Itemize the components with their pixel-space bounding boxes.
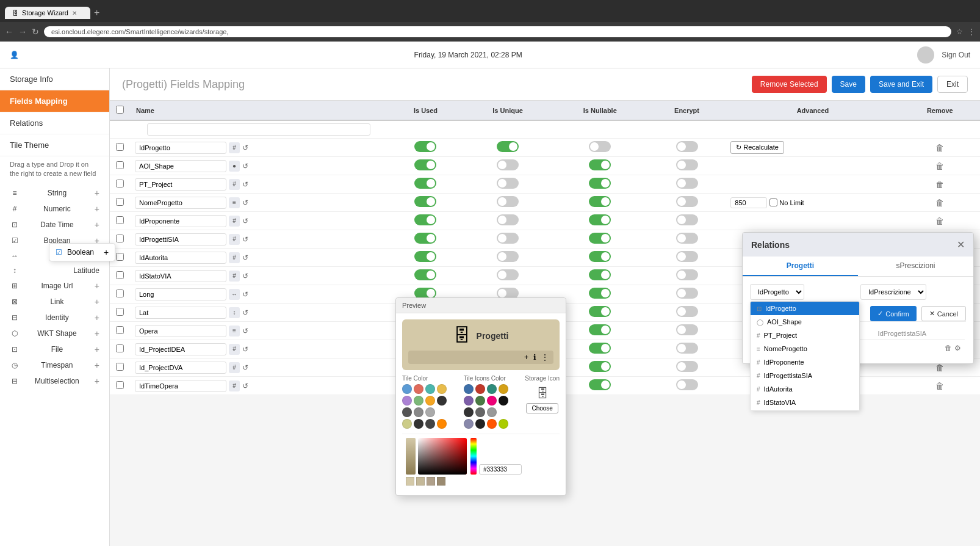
right-field-select[interactable]: IdPrescrizione	[860, 284, 926, 300]
is-unique-toggle[interactable]	[497, 178, 519, 189]
is-nullable-toggle[interactable]	[589, 361, 611, 372]
sidebar-type-link[interactable]: ⊠ Link +	[0, 294, 109, 310]
is-nullable-toggle[interactable]	[589, 251, 611, 262]
reset-btn[interactable]: ↺	[242, 308, 248, 317]
is-nullable-toggle[interactable]	[589, 269, 611, 280]
row-checkbox[interactable]	[116, 198, 124, 206]
swatch-sq[interactable]	[437, 477, 445, 486]
is-used-toggle[interactable]	[414, 159, 436, 170]
delete-row-btn[interactable]: 🗑	[935, 381, 944, 391]
color-swatch[interactable]	[402, 419, 412, 429]
exit-btn[interactable]: Exit	[937, 76, 968, 93]
color-swatch[interactable]	[475, 407, 485, 417]
color-swatch[interactable]	[464, 396, 474, 406]
color-swatch[interactable]	[487, 419, 497, 429]
dropdown-item-long[interactable]: ↔ Long	[751, 409, 859, 411]
sidebar-item-storage-info[interactable]: Storage Info	[0, 68, 109, 90]
relations-tab-sprescrizioni[interactable]: sPrescizioni	[858, 257, 973, 276]
row-checkbox[interactable]	[116, 381, 124, 389]
is-nullable-toggle[interactable]	[589, 288, 611, 299]
field-name-input[interactable]	[135, 325, 226, 337]
delete-row-btn[interactable]: 🗑	[935, 180, 944, 189]
sign-out-btn[interactable]: Sign Out	[942, 51, 970, 59]
encrypt-toggle[interactable]	[676, 196, 698, 207]
field-name-input[interactable]	[135, 197, 226, 209]
dropdown-item-ptproject[interactable]: # PT_Project	[751, 329, 859, 342]
field-name-input[interactable]	[135, 252, 226, 264]
rel-settings-btn[interactable]: ⚙	[954, 344, 961, 352]
is-nullable-toggle[interactable]	[589, 233, 611, 244]
add-link-icon[interactable]: +	[95, 297, 99, 307]
swatch-sq[interactable]	[427, 477, 435, 486]
encrypt-toggle[interactable]	[676, 159, 698, 170]
reset-btn[interactable]: ↺	[242, 144, 248, 152]
reset-btn[interactable]: ↺	[242, 217, 248, 225]
left-field-select[interactable]: IdProgetto	[750, 284, 804, 300]
add-imageurl-icon[interactable]: +	[95, 281, 99, 291]
type-badge[interactable]: #	[229, 271, 240, 282]
add-numeric-icon[interactable]: +	[95, 204, 99, 214]
sidebar-type-latitude[interactable]: ↕ Latitude	[0, 263, 109, 278]
row-checkbox[interactable]	[116, 180, 124, 187]
type-badge[interactable]: ●	[229, 161, 240, 172]
add-identity-icon[interactable]: +	[95, 313, 99, 322]
encrypt-toggle[interactable]	[676, 343, 698, 354]
color-swatch[interactable]	[425, 384, 435, 394]
is-used-toggle[interactable]	[414, 269, 436, 280]
hue-bar[interactable]	[470, 438, 477, 475]
sidebar-type-datetime[interactable]: ⊡ Date Time +	[0, 217, 109, 233]
field-name-input[interactable]	[135, 343, 226, 355]
limit-input[interactable]	[730, 197, 767, 208]
sidebar-type-file[interactable]: ⊡ File +	[0, 341, 109, 357]
is-used-toggle[interactable]	[414, 141, 436, 152]
type-badge[interactable]: #	[229, 362, 240, 373]
is-used-toggle[interactable]	[414, 214, 436, 225]
encrypt-toggle[interactable]	[676, 324, 698, 335]
dropdown-item-idautorita[interactable]: # IdAutorita	[751, 382, 859, 396]
color-swatch[interactable]	[425, 407, 435, 417]
color-swatch[interactable]	[414, 384, 423, 394]
is-nullable-toggle[interactable]	[589, 343, 611, 354]
dropdown-item-idstatovia[interactable]: # IdStatoVIA	[751, 396, 859, 409]
row-checkbox[interactable]	[116, 308, 124, 316]
browser-tab[interactable]: 🗄 Storage Wizard ✕	[5, 7, 90, 19]
recalculate-btn[interactable]: ↻ Recalculate	[730, 141, 784, 154]
field-name-input[interactable]	[135, 142, 226, 154]
encrypt-toggle[interactable]	[676, 288, 698, 299]
save-exit-btn[interactable]: Save and Exit	[870, 76, 932, 93]
color-gradient[interactable]	[418, 438, 467, 475]
encrypt-toggle[interactable]	[676, 361, 698, 372]
encrypt-toggle[interactable]	[676, 178, 698, 189]
color-swatch[interactable]	[464, 407, 474, 417]
add-file-icon[interactable]: +	[95, 344, 99, 354]
type-badge[interactable]: #	[229, 216, 240, 227]
reset-btn[interactable]: ↺	[242, 363, 248, 372]
row-checkbox[interactable]	[116, 344, 124, 352]
type-badge[interactable]: #	[229, 252, 240, 263]
type-badge[interactable]: ≡	[229, 197, 240, 208]
swatch-sq[interactable]	[416, 477, 425, 486]
user-avatar[interactable]	[917, 46, 934, 64]
dropdown-item-idprogetto[interactable]: ⊡ IdProgetto	[751, 302, 859, 315]
is-used-toggle[interactable]	[414, 196, 436, 207]
menu-icon[interactable]: ⋮	[968, 27, 975, 36]
color-swatch[interactable]	[475, 396, 485, 406]
reset-btn[interactable]: ↺	[242, 345, 248, 354]
is-nullable-toggle[interactable]	[589, 214, 611, 225]
new-tab-btn[interactable]: +	[94, 7, 99, 18]
boolean-popup-add-icon[interactable]: +	[104, 247, 109, 257]
type-badge[interactable]: #	[229, 234, 240, 245]
color-swatch[interactable]	[402, 396, 412, 406]
type-badge[interactable]: #	[229, 380, 240, 391]
is-unique-toggle[interactable]	[497, 214, 519, 225]
delete-row-btn[interactable]: 🗑	[935, 161, 944, 171]
name-search-input[interactable]	[147, 123, 370, 136]
color-swatch[interactable]	[499, 396, 508, 406]
user-icon[interactable]: 👤	[10, 51, 19, 59]
field-name-input[interactable]	[135, 178, 226, 191]
encrypt-toggle[interactable]	[676, 141, 698, 152]
field-name-input[interactable]	[135, 233, 226, 246]
row-checkbox[interactable]	[116, 289, 124, 297]
field-name-input[interactable]	[135, 215, 226, 227]
sidebar-type-string[interactable]: ≡ String +	[0, 185, 109, 201]
